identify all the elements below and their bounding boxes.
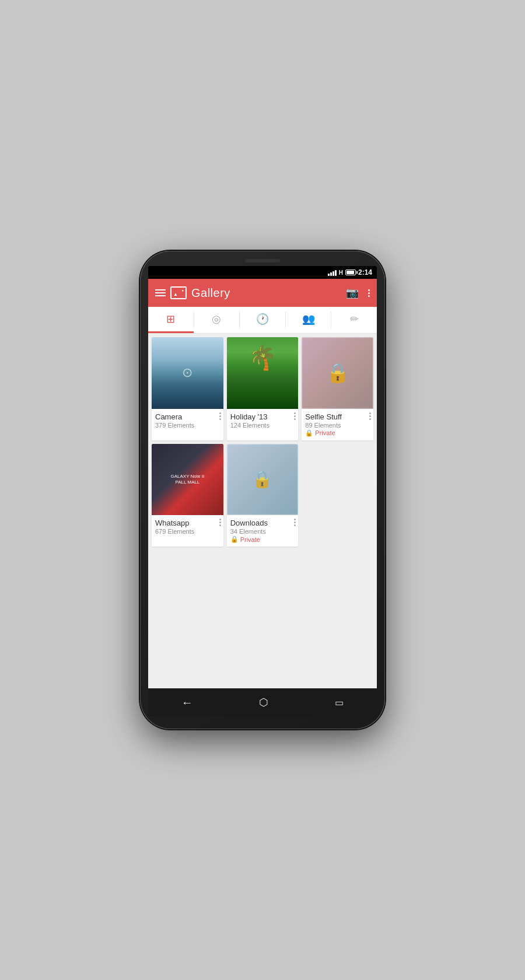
status-time: 2:14 (358, 268, 372, 276)
back-button[interactable] (181, 696, 193, 709)
signal-icon (328, 269, 337, 276)
location-tab-icon: ◎ (212, 313, 221, 326)
phone-screen: H 2:14 Gallery 📷 (148, 266, 377, 716)
album-name-downloads: Downloads (230, 519, 295, 527)
album-info-camera: Camera 379 Elements (152, 409, 223, 432)
recents-button[interactable] (335, 696, 344, 709)
album-info-whatsapp: Whatsapp 679 Elements (152, 515, 223, 538)
whatsapp-thumb-bg: GALAXY Note IIPALL MALL (152, 444, 223, 516)
album-thumb-whatsapp: GALAXY Note IIPALL MALL (152, 444, 223, 516)
app-title: Gallery (191, 286, 230, 300)
album-thumb-selfie: 🔒 (302, 337, 373, 409)
album-count-selfie: 89 Elements (305, 422, 370, 429)
album-card-downloads[interactable]: 🔒 Downloads 34 Elements 🔒 Private (227, 444, 299, 547)
album-menu-downloads[interactable] (294, 519, 296, 526)
status-bar: H 2:14 (148, 266, 377, 279)
albums-tab-icon: ⊞ (166, 313, 175, 326)
tags-tab-icon: ✏ (350, 313, 359, 326)
album-info-holiday: Holiday '13 124 Elements (227, 409, 299, 432)
album-card-selfie[interactable]: 🔒 Selfie Stuff 89 Elements 🔒 Private (302, 337, 373, 440)
camera-button[interactable]: 📷 (346, 286, 359, 299)
tab-location[interactable]: ◎ (194, 307, 240, 333)
tab-albums[interactable]: ⊞ (148, 307, 194, 333)
album-card-whatsapp[interactable]: GALAXY Note IIPALL MALL Whatsapp 679 Ele… (152, 444, 223, 547)
network-type-icon: H (339, 270, 343, 276)
home-button[interactable] (259, 696, 268, 709)
tab-tags[interactable]: ✏ (331, 307, 377, 333)
more-options-button[interactable] (368, 289, 370, 297)
album-menu-selfie[interactable] (369, 412, 371, 420)
lock-label-icon-downloads: 🔒 (230, 536, 239, 543)
album-count-camera: 379 Elements (155, 422, 220, 429)
album-name-holiday: Holiday '13 (230, 412, 295, 421)
phone-bottom (148, 716, 377, 721)
album-name-camera: Camera (155, 412, 220, 421)
album-private-selfie: 🔒 Private (305, 429, 370, 437)
album-card-camera[interactable]: Camera 379 Elements (152, 337, 223, 440)
album-count-holiday: 124 Elements (230, 422, 295, 429)
app-bar: Gallery 📷 (148, 279, 377, 307)
gallery-app-icon (170, 286, 187, 299)
people-tab-icon: 👥 (302, 313, 315, 326)
content-area: Camera 379 Elements Holiday '13 124 Elem… (148, 334, 377, 688)
lock-label-icon-selfie: 🔒 (305, 429, 313, 437)
lock-icon-downloads: 🔒 (252, 470, 272, 489)
nav-bar (148, 688, 377, 716)
hamburger-menu-button[interactable] (155, 289, 166, 296)
tab-time[interactable]: 🕐 (240, 307, 285, 333)
album-thumb-downloads: 🔒 (227, 444, 299, 516)
album-private-downloads: 🔒 Private (230, 536, 295, 543)
album-name-selfie: Selfie Stuff (305, 412, 370, 421)
phone-device: H 2:14 Gallery 📷 (140, 251, 385, 729)
album-grid-empty (302, 444, 373, 547)
album-menu-camera[interactable] (219, 412, 221, 420)
albums-grid: Camera 379 Elements Holiday '13 124 Elem… (152, 337, 373, 547)
time-tab-icon: 🕐 (256, 313, 269, 326)
lock-icon-selfie: 🔒 (326, 362, 349, 384)
album-info-selfie: Selfie Stuff 89 Elements 🔒 Private (302, 409, 373, 440)
album-count-whatsapp: 679 Elements (155, 528, 220, 535)
album-menu-holiday[interactable] (294, 412, 296, 420)
album-info-downloads: Downloads 34 Elements 🔒 Private (227, 515, 299, 547)
album-name-whatsapp: Whatsapp (155, 519, 220, 527)
tab-people[interactable]: 👥 (286, 307, 331, 333)
album-card-holiday[interactable]: Holiday '13 124 Elements (227, 337, 299, 440)
tab-bar: ⊞ ◎ 🕐 👥 ✏ (148, 307, 377, 334)
album-count-downloads: 34 Elements (230, 528, 295, 535)
phone-speaker (245, 259, 280, 262)
album-menu-whatsapp[interactable] (219, 519, 221, 526)
album-thumb-camera (152, 337, 223, 409)
album-thumb-holiday (227, 337, 299, 409)
battery-icon (345, 270, 356, 275)
